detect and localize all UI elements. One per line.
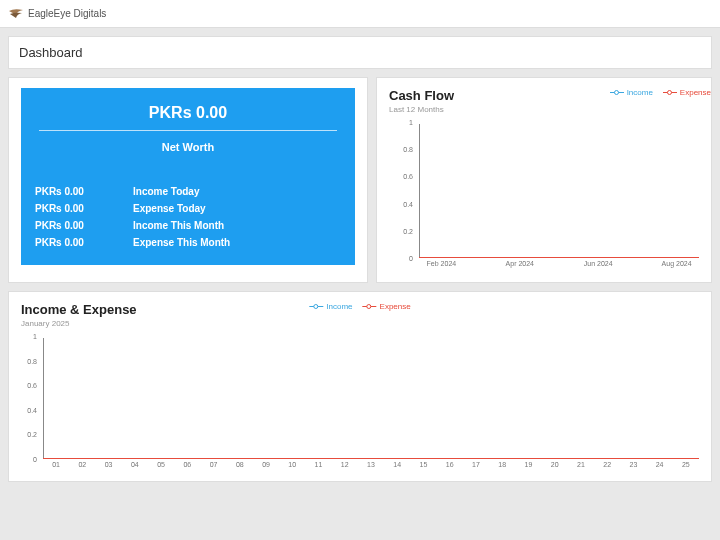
y-tick: 0.6 xyxy=(27,382,37,389)
x-tick: 25 xyxy=(682,461,690,468)
divider xyxy=(39,130,337,131)
y-tick: 0.8 xyxy=(403,146,413,153)
stat-label: Income This Month xyxy=(133,220,224,231)
y-tick: 0.2 xyxy=(27,431,37,438)
x-tick: 02 xyxy=(78,461,86,468)
stat-value: PKRs 0.00 xyxy=(35,203,105,214)
y-axis: 1 0.8 0.6 0.4 0.2 0 xyxy=(389,122,417,258)
y-tick: 0 xyxy=(33,456,37,463)
y-tick: 0.4 xyxy=(27,406,37,413)
expense-series-line xyxy=(43,458,699,459)
x-tick: 17 xyxy=(472,461,480,468)
x-axis: 0102030405060708091011121314151617181920… xyxy=(43,461,699,471)
y-tick: 0.4 xyxy=(403,200,413,207)
cash-flow-subtitle: Last 12 Months xyxy=(389,105,699,114)
stat-income-today: PKRs 0.00 Income Today xyxy=(35,183,341,200)
legend-expense-icon xyxy=(363,303,377,311)
stat-label: Income Today xyxy=(133,186,200,197)
stat-value: PKRs 0.00 xyxy=(35,237,105,248)
x-tick: 16 xyxy=(446,461,454,468)
legend-expense-icon xyxy=(663,89,677,97)
cash-flow-card: Cash Flow Last 12 Months Income Expense … xyxy=(376,77,712,283)
stat-value: PKRs 0.00 xyxy=(35,186,105,197)
x-tick: 01 xyxy=(52,461,60,468)
stat-expense-today: PKRs 0.00 Expense Today xyxy=(35,200,341,217)
stat-value: PKRs 0.00 xyxy=(35,220,105,231)
page-title: Dashboard xyxy=(8,36,712,69)
legend-expense: Expense xyxy=(663,88,711,97)
x-tick: 04 xyxy=(131,461,139,468)
legend-expense: Expense xyxy=(363,302,411,311)
legend-income: Income xyxy=(309,302,352,311)
x-tick: 13 xyxy=(367,461,375,468)
x-tick: 08 xyxy=(236,461,244,468)
x-tick: 15 xyxy=(420,461,428,468)
x-tick: 10 xyxy=(288,461,296,468)
net-worth-amount: PKRs 0.00 xyxy=(35,104,341,122)
x-tick: Feb 2024 xyxy=(427,260,457,267)
x-tick: 11 xyxy=(315,461,323,468)
legend-income-icon xyxy=(309,303,323,311)
y-tick: 1 xyxy=(33,333,37,340)
top-bar: EagleEye Digitals xyxy=(0,0,720,28)
legend-income-icon xyxy=(610,89,624,97)
cash-flow-chart: 1 0.8 0.6 0.4 0.2 0 Feb 2024 Apr 2024 Ju… xyxy=(389,122,699,272)
eagle-logo-icon xyxy=(8,7,24,21)
net-worth-label: Net Worth xyxy=(35,141,341,153)
x-tick: 22 xyxy=(603,461,611,468)
income-expense-subtitle: January 2025 xyxy=(21,319,699,328)
expense-series-line xyxy=(419,257,699,258)
x-tick: Aug 2024 xyxy=(662,260,692,267)
page-area: Dashboard PKRs 0.00 Net Worth PKRs 0.00 … xyxy=(0,28,720,540)
stat-label: Expense Today xyxy=(133,203,206,214)
x-tick: 23 xyxy=(629,461,637,468)
x-tick: 24 xyxy=(656,461,664,468)
brand-name: EagleEye Digitals xyxy=(28,8,106,19)
legend-expense-label: Expense xyxy=(380,302,411,311)
x-tick: 18 xyxy=(498,461,506,468)
legend-income-label: Income xyxy=(627,88,653,97)
x-tick: 06 xyxy=(183,461,191,468)
x-tick: Apr 2024 xyxy=(506,260,534,267)
x-tick: 07 xyxy=(210,461,218,468)
y-tick: 0.6 xyxy=(403,173,413,180)
legend-income-label: Income xyxy=(326,302,352,311)
x-axis: Feb 2024 Apr 2024 Jun 2024 Aug 2024 xyxy=(419,260,699,272)
legend-income: Income xyxy=(610,88,653,97)
x-tick: 19 xyxy=(525,461,533,468)
income-expense-chart: 1 0.8 0.6 0.4 0.2 0 01020304050607080910… xyxy=(21,336,699,471)
net-worth-card: PKRs 0.00 Net Worth PKRs 0.00 Income Tod… xyxy=(8,77,368,283)
stat-label: Expense This Month xyxy=(133,237,230,248)
x-tick: 21 xyxy=(577,461,585,468)
y-axis: 1 0.8 0.6 0.4 0.2 0 xyxy=(21,336,41,459)
stat-income-month: PKRs 0.00 Income This Month xyxy=(35,217,341,234)
x-tick: 12 xyxy=(341,461,349,468)
x-tick: 03 xyxy=(105,461,113,468)
y-tick: 1 xyxy=(409,119,413,126)
x-tick: Jun 2024 xyxy=(584,260,613,267)
y-tick: 0.2 xyxy=(403,227,413,234)
y-tick: 0.8 xyxy=(27,357,37,364)
income-expense-legend: Income Expense xyxy=(309,302,410,311)
brand: EagleEye Digitals xyxy=(8,7,106,21)
legend-expense-label: Expense xyxy=(680,88,711,97)
cash-flow-legend: Income Expense xyxy=(610,88,711,97)
stat-expense-month: PKRs 0.00 Expense This Month xyxy=(35,234,341,251)
x-tick: 14 xyxy=(393,461,401,468)
income-expense-card: Income & Expense January 2025 Income Exp… xyxy=(8,291,712,482)
x-tick: 20 xyxy=(551,461,559,468)
y-tick: 0 xyxy=(409,255,413,262)
x-tick: 05 xyxy=(157,461,165,468)
x-tick: 09 xyxy=(262,461,270,468)
